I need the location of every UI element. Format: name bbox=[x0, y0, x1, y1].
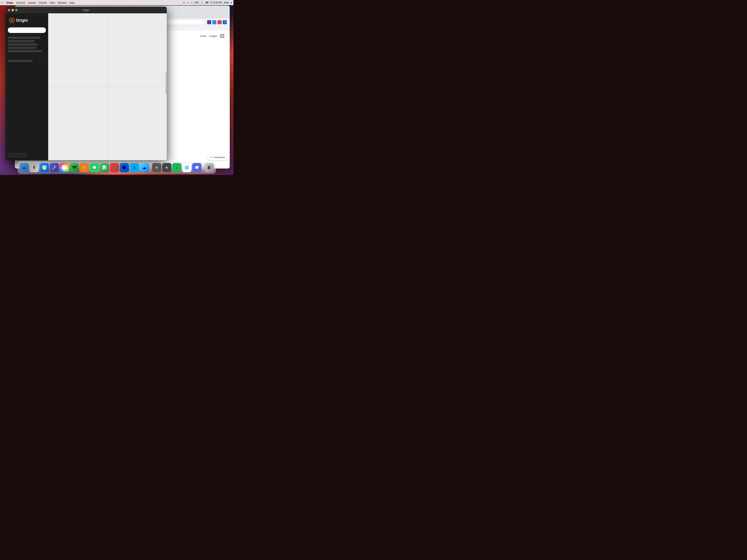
battery-percent: 39% bbox=[194, 1, 199, 4]
dock-item-messages[interactable]: 💬 bbox=[90, 163, 99, 172]
origin-sidebar-section bbox=[8, 60, 46, 62]
datetime-display[interactable]: Fri 4:34 PM bbox=[210, 1, 222, 4]
content-cell-2 bbox=[108, 14, 167, 87]
user-display[interactable]: Jules bbox=[224, 1, 229, 4]
menubar-app-name[interactable]: Origin bbox=[6, 1, 14, 4]
dock-item-discord[interactable]: 💬 bbox=[192, 163, 201, 172]
menubar-view[interactable]: View bbox=[50, 1, 55, 4]
origin-logo-container: Origin bbox=[8, 16, 46, 25]
origin-nav-menu bbox=[8, 37, 46, 52]
menubar-right: ∗ ∿ ▭ 39% 🔋 ⌨ Fri 4:34 PM Jules ● bbox=[183, 1, 232, 4]
origin-content-grid bbox=[48, 14, 167, 160]
menubar-window[interactable]: Window bbox=[58, 1, 66, 4]
dock-item-chrome[interactable]: 🌐 bbox=[182, 163, 191, 172]
menubar-help[interactable]: Help bbox=[70, 1, 75, 4]
dock-item-siri[interactable]: 🎙 bbox=[30, 163, 39, 172]
sidebar-nav-item-1[interactable] bbox=[8, 37, 40, 39]
sidebar-nav-item-4[interactable] bbox=[8, 47, 36, 49]
origin-window-body: Origin bbox=[5, 14, 167, 160]
apple-menu-icon[interactable]:  bbox=[1, 1, 3, 4]
origin-scrollbar[interactable] bbox=[165, 14, 167, 160]
origin-minimize-button[interactable] bbox=[11, 9, 14, 11]
images-link[interactable]: Images bbox=[209, 35, 217, 37]
dock-item-numbers[interactable]: 📊 bbox=[100, 163, 109, 172]
dock: 🗂 🎙 🧭 🚀 🗺 V 💬 📊 🎵 🅐 S ☁ bbox=[18, 161, 216, 174]
dock-item-icloud[interactable]: ☁ bbox=[140, 163, 149, 172]
dock-item-finder[interactable]: 🗂 bbox=[20, 163, 29, 172]
dock-item-trash[interactable]: 🗑 bbox=[205, 163, 214, 172]
origin-window-controls bbox=[5, 9, 18, 11]
dock-item-nikon1[interactable]: N bbox=[152, 163, 161, 172]
origin-search-bar[interactable] bbox=[8, 27, 46, 33]
content-cell-3 bbox=[48, 87, 107, 161]
sidebar-section-item-1[interactable] bbox=[8, 60, 33, 62]
origin-sidebar: Origin bbox=[5, 14, 48, 160]
menubar:  Origin Account Games Friends View Wind… bbox=[0, 0, 233, 5]
chrome-content-links: Gmail Images bbox=[200, 34, 224, 38]
menubar-games[interactable]: Games bbox=[28, 1, 36, 4]
sidebar-nav-item-2[interactable] bbox=[8, 40, 34, 42]
sidebar-bottom-item-1 bbox=[8, 153, 27, 155]
content-cell-1 bbox=[48, 14, 107, 87]
svg-point-1 bbox=[11, 20, 13, 21]
battery-icon: 🔋 bbox=[201, 1, 203, 4]
origin-main-content bbox=[48, 14, 167, 160]
origin-logo-icon bbox=[9, 18, 15, 23]
sidebar-nav-item-5[interactable] bbox=[8, 50, 42, 52]
dock-item-spotify[interactable]: ♪ bbox=[172, 163, 181, 172]
dock-separator-1 bbox=[150, 164, 151, 171]
origin-close-button[interactable] bbox=[8, 9, 10, 11]
origin-maximize-button[interactable] bbox=[15, 9, 18, 11]
origin-window-title: Origin bbox=[83, 9, 89, 11]
origin-window: Origin Origin bbox=[5, 7, 167, 160]
customize-label: Customize bbox=[214, 156, 225, 159]
dock-item-skype[interactable]: S bbox=[130, 163, 139, 172]
origin-titlebar: Origin bbox=[5, 7, 167, 14]
menubar-left:  Origin Account Games Friends View Wind… bbox=[1, 1, 74, 4]
sidebar-bottom-item-2 bbox=[8, 156, 27, 157]
origin-sidebar-bottom bbox=[8, 153, 46, 157]
customize-button[interactable]: ✏ Customize bbox=[207, 155, 228, 160]
keyboard-icon: ⌨ bbox=[205, 1, 208, 4]
google-apps-button[interactable] bbox=[220, 34, 224, 38]
dock-item-music[interactable]: 🎵 bbox=[110, 163, 119, 172]
content-cell-4 bbox=[108, 87, 167, 161]
dock-item-appstore[interactable]: 🅐 bbox=[120, 163, 129, 172]
dock-item-photos[interactable] bbox=[60, 163, 69, 172]
extension-badge[interactable]: 3 bbox=[223, 20, 227, 24]
gmail-link[interactable]: Gmail bbox=[200, 35, 206, 37]
extension-google[interactable] bbox=[212, 20, 216, 24]
pencil-icon: ✏ bbox=[210, 156, 212, 159]
dock-item-files1[interactable]: V bbox=[80, 163, 89, 172]
origin-scrollbar-thumb[interactable] bbox=[165, 72, 166, 94]
dock-item-safari[interactable]: 🧭 bbox=[40, 163, 49, 172]
menubar-account[interactable]: Account bbox=[16, 1, 25, 4]
wifi-icon[interactable]: ∿ bbox=[187, 1, 188, 4]
sidebar-nav-item-3[interactable] bbox=[8, 43, 37, 46]
bluetooth-icon[interactable]: ∗ bbox=[183, 1, 185, 4]
menubar-friends[interactable]: Friends bbox=[39, 1, 47, 4]
search-icon[interactable]: ● bbox=[231, 1, 232, 4]
extension-3[interactable] bbox=[217, 20, 222, 24]
screen-icon[interactable]: ▭ bbox=[190, 1, 192, 4]
dock-item-nikon2[interactable]: N bbox=[162, 163, 171, 172]
origin-logo-text: Origin bbox=[16, 18, 28, 23]
dock-item-maps[interactable]: 🗺 bbox=[70, 163, 79, 172]
dock-item-launchpad[interactable]: 🚀 bbox=[50, 163, 59, 172]
extension-1[interactable] bbox=[207, 20, 211, 24]
